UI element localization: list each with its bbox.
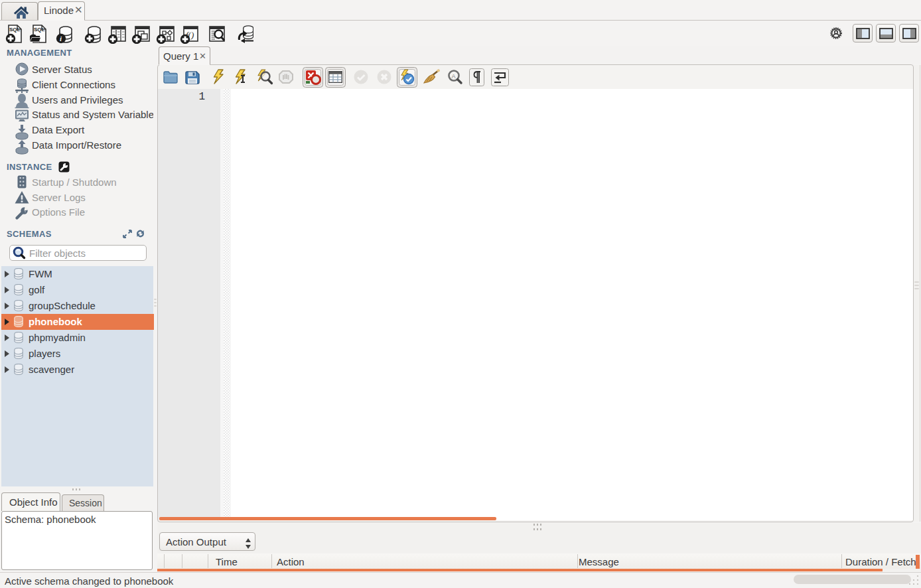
svg-text:A: A xyxy=(452,73,456,80)
